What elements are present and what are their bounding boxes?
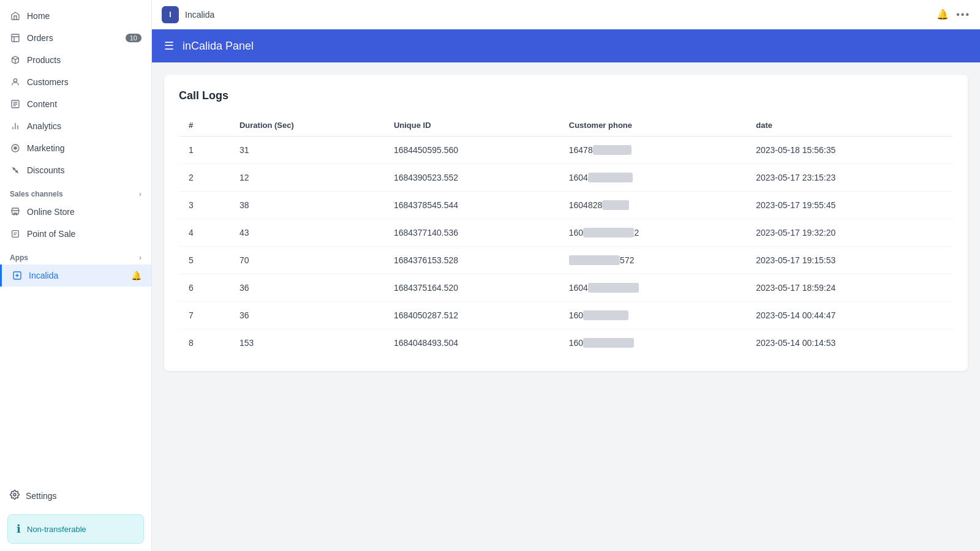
cell-num: 7 <box>179 302 230 329</box>
sidebar-item-customers[interactable]: Customers <box>0 71 151 93</box>
table-row: 1311684450595.56016478██████2023-05-18 1… <box>179 137 953 164</box>
discounts-icon <box>10 165 21 176</box>
cell-phone: 160████████ <box>559 329 746 357</box>
pos-icon <box>10 228 21 239</box>
svg-point-9 <box>13 493 16 496</box>
customers-icon <box>10 77 21 88</box>
sidebar-item-products[interactable]: Products <box>0 49 151 71</box>
cell-duration: 153 <box>230 329 384 357</box>
sidebar-item-home-label: Home <box>27 11 50 21</box>
cell-num: 2 <box>179 164 230 192</box>
menu-icon[interactable]: ☰ <box>164 39 174 53</box>
col-date: date <box>746 114 953 137</box>
sidebar-nav: Home Orders 10 Products Customers <box>0 0 151 484</box>
cell-phone: 1604███████ <box>559 164 746 192</box>
sidebar-item-content-label: Content <box>27 99 57 109</box>
sidebar-item-content[interactable]: Content <box>0 93 151 115</box>
sidebar-item-home[interactable]: Home <box>0 5 151 27</box>
sidebar-item-customers-label: Customers <box>27 77 69 87</box>
sidebar-item-online-store[interactable]: Online Store <box>0 201 151 223</box>
cell-date: 2023-05-18 15:56:35 <box>746 137 953 164</box>
sidebar-item-analytics[interactable]: Analytics <box>0 115 151 137</box>
cell-phone: 1604████████ <box>559 274 746 302</box>
settings-icon <box>10 490 20 501</box>
settings-label: Settings <box>26 491 57 501</box>
table-row: 3381684378545.5441604828████2023-05-17 1… <box>179 192 953 219</box>
cell-phone: 160████████2 <box>559 219 746 247</box>
app-logo: I <box>162 6 179 23</box>
cell-num: 1 <box>179 137 230 164</box>
panel-title: inCalida Panel <box>183 40 254 53</box>
products-icon <box>10 54 21 66</box>
cell-duration: 70 <box>230 247 384 274</box>
cell-unique-id: 1684048493.504 <box>384 329 559 357</box>
cell-num: 3 <box>179 192 230 219</box>
cell-date: 2023-05-17 23:15:23 <box>746 164 953 192</box>
sidebar-item-marketing[interactable]: Marketing <box>0 137 151 159</box>
cell-unique-id: 1684050287.512 <box>384 302 559 329</box>
col-num: # <box>179 114 230 137</box>
cell-phone: 1604828████ <box>559 192 746 219</box>
sidebar-item-discounts[interactable]: Discounts <box>0 159 151 181</box>
cell-date: 2023-05-17 19:55:45 <box>746 192 953 219</box>
sidebar-item-point-of-sale[interactable]: Point of Sale <box>0 223 151 245</box>
sidebar-item-online-store-label: Online Store <box>27 207 75 217</box>
cell-unique-id: 1684375164.520 <box>384 274 559 302</box>
store-icon <box>10 206 21 217</box>
incalida-bell-icon: 🔔 <box>131 271 141 280</box>
cell-duration: 43 <box>230 219 384 247</box>
call-logs-card: Call Logs # Duration (Sec) Unique ID Cus… <box>164 75 968 371</box>
call-logs-table: # Duration (Sec) Unique ID Customer phon… <box>179 114 953 356</box>
sidebar-item-products-label: Products <box>27 55 61 65</box>
cell-unique-id: 1684376153.528 <box>384 247 559 274</box>
cell-num: 8 <box>179 329 230 357</box>
cell-duration: 36 <box>230 302 384 329</box>
cell-num: 5 <box>179 247 230 274</box>
non-transferable-box: ℹ Non-transferable <box>7 514 144 544</box>
cell-duration: 36 <box>230 274 384 302</box>
sidebar-item-incalida-label: Incalida <box>29 271 58 280</box>
content-area: Call Logs # Duration (Sec) Unique ID Cus… <box>152 62 980 551</box>
orders-icon <box>10 32 21 43</box>
cell-duration: 12 <box>230 164 384 192</box>
info-icon: ℹ <box>17 522 21 536</box>
orders-badge: 10 <box>126 34 141 42</box>
marketing-icon <box>10 143 21 154</box>
sidebar-item-settings[interactable]: Settings <box>0 484 151 507</box>
col-duration: Duration (Sec) <box>230 114 384 137</box>
svg-rect-7 <box>12 231 19 238</box>
sidebar-item-point-of-sale-label: Point of Sale <box>27 229 75 239</box>
cell-date: 2023-05-14 00:14:53 <box>746 329 953 357</box>
col-customer-phone: Customer phone <box>559 114 746 137</box>
sales-channels-chevron: › <box>139 190 141 198</box>
sidebar-item-orders-label: Orders <box>27 33 53 43</box>
cell-unique-id: 1684377140.536 <box>384 219 559 247</box>
cell-date: 2023-05-17 19:32:20 <box>746 219 953 247</box>
sidebar-item-marketing-label: Marketing <box>27 143 64 153</box>
apps-section: Apps › <box>0 245 151 264</box>
sidebar-footer: ℹ Non-transferable <box>0 507 151 551</box>
table-row: 7361684050287.512160███████2023-05-14 00… <box>179 302 953 329</box>
topbar-actions: 🔔 ••• <box>937 9 970 20</box>
incalida-icon <box>12 270 23 281</box>
sidebar: Home Orders 10 Products Customers <box>0 0 152 551</box>
content-icon <box>10 99 21 110</box>
more-icon[interactable]: ••• <box>956 9 970 20</box>
cell-unique-id: 1684450595.560 <box>384 137 559 164</box>
sidebar-item-analytics-label: Analytics <box>27 121 61 131</box>
cell-phone: 16478██████ <box>559 137 746 164</box>
sales-channels-section: Sales channels › <box>0 181 151 201</box>
cell-phone: 160███████ <box>559 302 746 329</box>
table-row: 6361684375164.5201604████████2023-05-17 … <box>179 274 953 302</box>
cell-phone: ████████572 <box>559 247 746 274</box>
sidebar-item-incalida[interactable]: Incalida 🔔 <box>0 264 151 287</box>
svg-point-4 <box>15 148 15 148</box>
panel-header: ☰ inCalida Panel <box>152 29 980 62</box>
cell-date: 2023-05-14 00:44:47 <box>746 302 953 329</box>
col-unique-id: Unique ID <box>384 114 559 137</box>
bell-icon[interactable]: 🔔 <box>937 9 949 20</box>
non-transferable-label: Non-transferable <box>27 525 86 534</box>
svg-point-1 <box>13 79 17 82</box>
sidebar-item-orders[interactable]: Orders 10 <box>0 27 151 49</box>
home-icon <box>10 10 21 21</box>
